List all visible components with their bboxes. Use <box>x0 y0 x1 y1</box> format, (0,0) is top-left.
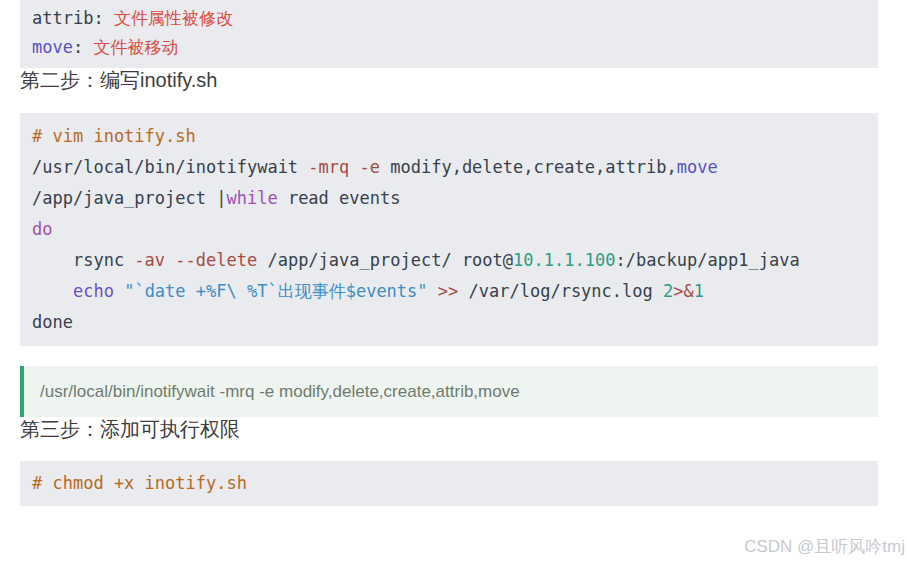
code-token: /app/java_project | <box>32 188 226 208</box>
code-line: rsync -av --delete /app/java_project/ ro… <box>32 245 866 276</box>
code-line: /usr/local/bin/inotifywait -mrq -e modif… <box>32 152 866 183</box>
code-token: # chmod +x inotify.sh <box>32 473 247 493</box>
code-token: 文件被移动 <box>93 37 178 57</box>
code-block-inotify-events: attrib: 文件属性被修改move: 文件被移动 <box>20 0 878 68</box>
code-token: done <box>32 312 73 332</box>
code-line: move: 文件被移动 <box>32 33 866 62</box>
code-token: 10.1.1.100 <box>513 250 615 270</box>
code-block-chmod: # chmod +x inotify.sh <box>20 461 878 506</box>
code-token <box>114 281 124 301</box>
code-token: /usr/local/bin/inotifywait <box>32 157 308 177</box>
heading-step3: 第三步：添加可执行权限 <box>20 417 878 441</box>
code-token <box>428 281 438 301</box>
code-line: do <box>32 214 866 245</box>
code-line: echo "`date +%F\ %T`出现事件$events" >> /var… <box>32 276 866 307</box>
code-token: -mrq -e <box>308 157 380 177</box>
code-token: /var/log/rsync.log <box>458 281 663 301</box>
csdn-watermark: CSDN @且听风吟tmj <box>744 535 905 558</box>
blog-content-page: { "colors": { "page_background": "#fffff… <box>0 0 907 565</box>
code-token: move <box>32 37 73 57</box>
code-token: 2 <box>663 281 673 301</box>
code-token: attrib: <box>32 8 114 28</box>
code-token: modify,delete,create,attrib, <box>380 157 677 177</box>
code-token: echo <box>73 281 114 301</box>
code-token: # vim inotify.sh <box>32 126 196 146</box>
code-line: done <box>32 307 866 338</box>
quote-block: /usr/local/bin/inotifywait -mrq -e modif… <box>20 366 878 417</box>
code-token: -av --delete <box>134 250 257 270</box>
code-token: do <box>32 219 52 239</box>
code-token: /app/java_project/ root@ <box>257 250 513 270</box>
article-content: attrib: 文件属性被修改move: 文件被移动 第二步：编写inotify… <box>20 0 878 506</box>
code-token: "`date +%F\ %T`出现事件$events" <box>124 281 427 301</box>
code-line: # vim inotify.sh <box>32 121 866 152</box>
code-line: attrib: 文件属性被修改 <box>32 4 866 33</box>
code-token: :/backup/app1_java <box>615 250 799 270</box>
code-line: /app/java_project |while read events <box>32 183 866 214</box>
code-token: >& <box>673 281 693 301</box>
code-token: 1 <box>694 281 704 301</box>
code-block-inotify-script: # vim inotify.sh/usr/local/bin/inotifywa… <box>20 113 878 346</box>
code-token: >> <box>438 281 458 301</box>
quote-text: /usr/local/bin/inotifywait -mrq -e modif… <box>40 382 520 401</box>
code-token: read events <box>278 188 401 208</box>
code-token: move <box>677 157 718 177</box>
code-token: rsync <box>32 250 134 270</box>
code-token: while <box>226 188 277 208</box>
code-token: : <box>73 37 93 57</box>
code-line: # chmod +x inotify.sh <box>32 472 866 495</box>
heading-step2: 第二步：编写inotify.sh <box>20 68 878 92</box>
code-token <box>32 281 73 301</box>
code-token: 文件属性被修改 <box>114 8 233 28</box>
